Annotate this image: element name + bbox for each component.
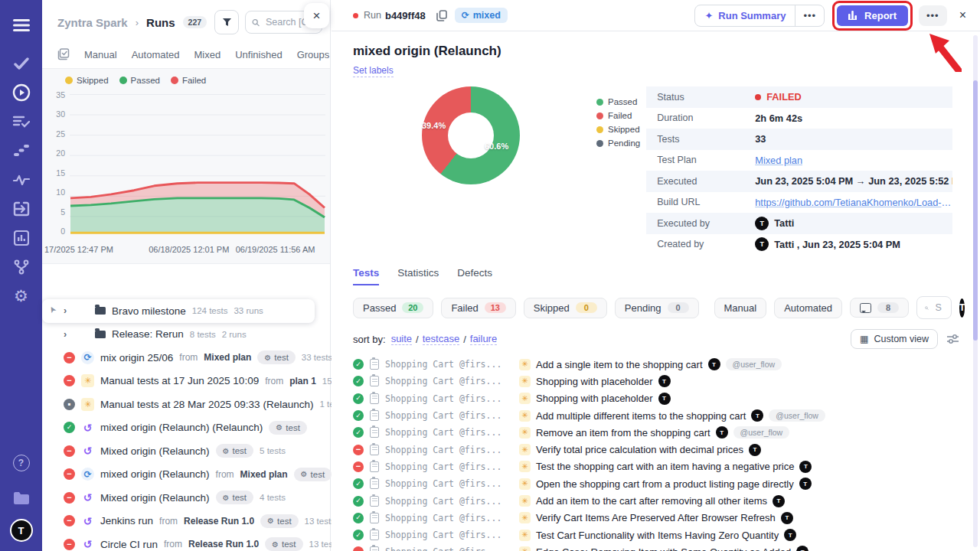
detail-close-button[interactable]: × [956, 8, 969, 22]
play-circle-icon[interactable] [7, 78, 36, 107]
run-type-icon [76, 328, 89, 341]
test-row[interactable]: ✓ Shopping Cart @firs... ✳ Add multiple … [353, 407, 959, 424]
runs-tab[interactable]: Groups [297, 49, 330, 60]
run-list-item[interactable]: ➤ − ✳ Manual tests at 17 Jun 2025 10:09 … [42, 370, 330, 393]
run-status-icon: − [64, 375, 75, 386]
assignee-avatar: T [658, 375, 671, 387]
detail-value: FAILED [755, 91, 952, 103]
copy-icon[interactable] [436, 10, 447, 21]
assignee-avatar: T [749, 444, 761, 456]
check-icon[interactable] [7, 49, 36, 78]
runs-tab[interactable]: Unfinished [235, 49, 282, 60]
runs-panel-close-button[interactable]: × [304, 3, 329, 28]
runs-header: Zyntra Spark › Runs 227 × [42, 0, 330, 34]
bar-chart-icon[interactable] [7, 223, 36, 253]
breadcrumb-project[interactable]: Zyntra Spark [57, 16, 128, 29]
list-check-icon[interactable] [7, 107, 36, 136]
tests-search-input[interactable] [934, 302, 943, 314]
detail-tab[interactable]: Defects [457, 267, 492, 285]
filter-button[interactable] [214, 10, 239, 34]
runs-tab[interactable]: Automated [132, 49, 180, 60]
run-summary-more-button[interactable]: ••• [795, 5, 824, 26]
run-list-item[interactable]: ➤ − ↺ Circle CI run from Release Run 1.0… [42, 533, 330, 551]
test-suite: Shopping Cart @firs... [385, 445, 514, 455]
search-icon [252, 18, 260, 28]
detail-tabs: TestsStatisticsDefects [353, 267, 959, 285]
report-button[interactable]: Report [837, 5, 908, 26]
test-row[interactable]: ✓ Shopping Cart @firs... ✳ Verify Cart I… [353, 510, 959, 527]
type-filter-chip[interactable]: Automated [774, 298, 842, 318]
test-row[interactable]: ✓ Shopping Cart @firs... ✳ Test Cart Fun… [353, 527, 959, 543]
sort-suite-link[interactable]: suite [391, 333, 412, 345]
type-filter-chip[interactable]: Manual [714, 298, 767, 318]
more-actions-button[interactable]: ••• [919, 5, 947, 26]
projects-folder-icon[interactable] [7, 484, 36, 513]
status-filter-chip[interactable]: Passed 20 [353, 298, 433, 318]
test-row[interactable]: ✓ Shopping Cart @firs... ✳ Remove an ite… [353, 424, 959, 441]
run-from-label: from [179, 352, 198, 363]
folder-icon [95, 307, 106, 315]
settings-gear-icon[interactable]: ⚙ [7, 282, 36, 311]
sort-failure-link[interactable]: failure [470, 333, 497, 345]
runs-panel: Zyntra Spark › Runs 227 × ManualAutomate… [42, 0, 331, 551]
run-list-item[interactable]: ➤ − ⟳ mixed origin (Relaunch) from Mixed… [42, 463, 330, 487]
custom-view-button[interactable]: ▦ Custom view [851, 329, 938, 349]
test-row[interactable]: ✓ Shopping Cart @firs... ✳ Add a single … [353, 356, 959, 373]
detail-row: Status FAILED [646, 86, 952, 108]
run-list-item[interactable]: ➤ › Release: Rerun ⚙ 8 tests 2 runs [42, 323, 330, 347]
chevron-right-icon[interactable]: › [64, 305, 70, 316]
run-list-item[interactable]: ➤ − ↺ Mixed origin (Relaunch) ⚙test 5 te… [42, 439, 330, 463]
donut-legend-item: Failed [596, 111, 640, 120]
sliders-icon[interactable] [947, 334, 959, 344]
test-title: Shopping with placeholder [536, 376, 653, 387]
test-row[interactable]: − Shopping Cart @firs... ✳ Verify total … [353, 441, 959, 458]
set-labels-link[interactable]: Set labels [353, 65, 394, 77]
activity-icon[interactable] [7, 165, 36, 194]
test-suite: Shopping Cart @firs... [385, 410, 514, 421]
test-row[interactable]: − Shopping Cart @firs... ✳ Test the shop… [353, 458, 959, 475]
comment-count-badge: 8 [877, 302, 899, 313]
runs-tab[interactable]: Mixed [194, 49, 221, 60]
test-row[interactable]: ✓ Shopping Cart @firs... ✳ Open the shop… [353, 475, 959, 492]
app-window: ⚙ ? T Zyntra Spark › Runs 227 × [0, 0, 980, 551]
sort-testcase-link[interactable]: testcase [423, 333, 459, 345]
status-filter-chip[interactable]: Failed 13 [441, 298, 515, 318]
comments-filter-chip[interactable]: 8 [850, 298, 909, 318]
runs-tab[interactable]: Manual [84, 49, 117, 60]
run-summary-button[interactable]: ✦ Run Summary [695, 5, 795, 26]
help-icon[interactable]: ? [7, 448, 36, 478]
status-filter-chip[interactable]: Pending 0 [615, 298, 699, 318]
branch-icon[interactable] [7, 253, 36, 282]
detail-row: Executed by T Tatti [646, 213, 952, 234]
test-row[interactable]: ✓ Shopping Cart @firs... ✳ Shopping with… [353, 373, 959, 390]
run-from-label: from [159, 516, 178, 527]
test-row[interactable]: ✓ Shopping Cart @firs... ✳ Shopping with… [353, 390, 959, 407]
run-detail-body: mixed origin (Relaunch) Set labels 39.4%… [332, 31, 980, 551]
tests-search[interactable] [916, 296, 952, 319]
test-row[interactable]: − Shopping Cart @firs... ✳ Edge Case: Re… [353, 543, 959, 551]
run-list-item[interactable]: ➤ ■ ✳ Manual tests at 28 Mar 2025 09:33 … [42, 393, 330, 416]
run-list-item[interactable]: ➤ › Bravo milestone ⚙ 124 tests 33 runs [42, 299, 315, 323]
run-list-item[interactable]: ➤ − ⟳ mix origin 25/06 from Mixed plan ⚙… [42, 346, 330, 370]
import-icon[interactable] [7, 194, 36, 223]
select-all-icon[interactable] [57, 48, 70, 60]
run-from-label: from [216, 469, 234, 480]
status-filter-chip[interactable]: Skipped 0 [524, 298, 607, 318]
run-type-icon: ↺ [81, 514, 94, 527]
run-type-icon: ✳ [81, 374, 94, 387]
clipboard-icon [370, 427, 379, 438]
legend-dot [65, 77, 73, 84]
menu-icon[interactable] [7, 11, 36, 40]
user-avatar[interactable]: T [10, 519, 33, 542]
assignee-avatar[interactable]: T [959, 298, 965, 318]
detail-tab[interactable]: Tests [353, 267, 379, 285]
chevron-right-icon[interactable]: › [64, 329, 70, 340]
run-name: Manual tests at 28 Mar 2025 09:33 (Relau… [100, 399, 313, 410]
run-list-item[interactable]: ➤ ✓ ↺ mixed origin (Relaunch) (Relaunch)… [42, 416, 330, 440]
run-list-item[interactable]: ➤ − ↺ Mixed origin (Relaunch) ⚙test 4 te… [42, 486, 330, 510]
run-list-item[interactable]: ➤ − ↺ Jenkins run from Release Run 1.0 ⚙… [42, 510, 330, 533]
scrollbar-thumb[interactable] [973, 80, 978, 341]
steps-icon[interactable] [7, 136, 36, 165]
test-row[interactable]: ✓ Shopping Cart @firs... ✳ Add an item t… [353, 492, 959, 509]
detail-tab[interactable]: Statistics [397, 267, 439, 285]
